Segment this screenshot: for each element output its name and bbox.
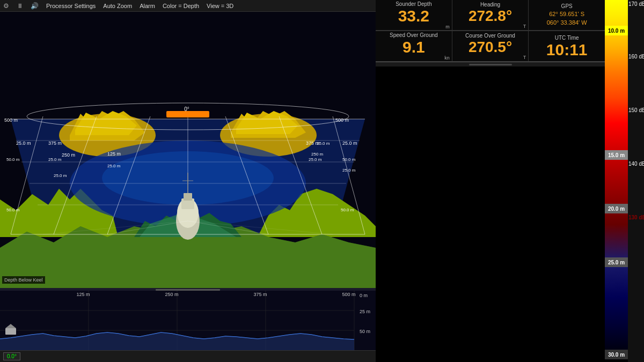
right-panel: Sounder Depth 33.2 m Heading 272.8° T GP… [376, 0, 644, 362]
cog-value: 270.5° [469, 40, 512, 55]
svg-rect-80 [5, 328, 16, 335]
depth-marker-30m: 30.0 m [605, 350, 628, 359]
svg-text:50.0 m: 50.0 m [6, 157, 20, 162]
gps-coordinates: 62° 59.651' S 060° 33.384' W [547, 10, 587, 27]
sounder-depth-label: Sounder Depth [396, 1, 431, 7]
view-3d-button[interactable]: View = 3D [207, 3, 233, 9]
svg-text:250 m: 250 m [62, 152, 75, 158]
speed-cell: Speed Over Ground 9.1 kn [376, 31, 452, 62]
stats-map-divider[interactable] [376, 62, 605, 67]
svg-text:500 m: 500 m [335, 117, 349, 123]
depth-marker-10m: 10.0 m [605, 26, 628, 35]
svg-text:250 m: 250 m [165, 292, 178, 297]
db-label-130: 130 dB [628, 215, 644, 220]
db-label-150: 150 dB [628, 107, 644, 113]
svg-text:25.0 m: 25.0 m [107, 164, 121, 168]
alarm-button[interactable]: Alarm [140, 3, 155, 9]
depth-marker-15m: 15.0 m [605, 150, 628, 160]
status-bar: 0.0° [0, 350, 376, 362]
cog-cell: Course Over Ground 270.5° T [452, 31, 529, 62]
svg-text:25.0 m: 25.0 m [16, 141, 31, 146]
svg-text:25.0 m: 25.0 m [309, 157, 322, 162]
speed-label: Speed Over Ground [390, 32, 438, 38]
svg-text:125 m: 125 m [107, 151, 121, 157]
color-depth-button[interactable]: Color = Depth [163, 3, 199, 9]
svg-text:50.0 m: 50.0 m [341, 208, 354, 212]
heading-cell: Heading 272.8° T [452, 0, 529, 31]
depth-below-keel-label: Depth Below Keel [2, 276, 45, 284]
svg-text:25.0 m: 25.0 m [317, 141, 330, 146]
db-label-170: 170 dB [628, 1, 644, 7]
sounder-depth-unit: m [445, 24, 450, 29]
svg-rect-56 [184, 193, 192, 201]
depth-marker-20m: 20.0 m [605, 204, 628, 213]
depth-below-keel-text: Depth Below Keel [4, 277, 43, 283]
sounder-depth-value: 33.2 [398, 8, 429, 24]
utc-label: UTC Time [555, 35, 579, 41]
utc-value: 10:11 [546, 42, 588, 58]
heading-unit: T [523, 24, 526, 29]
degree-value: 0.0° [7, 353, 17, 359]
svg-text:0°: 0° [184, 106, 189, 112]
gear-icon[interactable]: ⚙ [3, 2, 9, 10]
utc-cell: UTC Time 10:11 [529, 31, 605, 62]
svg-text:25.0 m: 25.0 m [342, 168, 356, 173]
svg-text:25 m: 25 m [360, 309, 370, 314]
speed-value: 9.1 [402, 39, 425, 55]
gps-lat: 62° 59.651' S [547, 10, 587, 18]
svg-text:50 m: 50 m [360, 329, 370, 334]
svg-text:375 m: 375 m [48, 141, 62, 146]
heading-label: Heading [480, 2, 500, 8]
db-label-140: 140 dB [628, 161, 644, 167]
svg-text:125 m: 125 m [76, 292, 90, 297]
stats-row-1: Sounder Depth 33.2 m Heading 272.8° T GP… [376, 0, 605, 31]
svg-text:250 m: 250 m [311, 152, 324, 157]
db-scale: 170 dB 160 dB 150 dB 140 dB 130 dB 10.0 … [605, 0, 644, 362]
svg-text:25.0 m: 25.0 m [54, 173, 67, 178]
svg-text:0 m: 0 m [360, 293, 368, 298]
sonar-2d-profile: 125 m 250 m 375 m 500 m 0 m 25 m 50 m [0, 291, 376, 350]
gps-cell: GPS 62° 59.651' S 060° 33.384' W [529, 0, 605, 31]
db-label-160: 160 dB [628, 54, 644, 60]
svg-text:25.0 m: 25.0 m [342, 141, 357, 146]
toolbar: ⚙ ⏸ 🔊 Processor Settings Auto Zoom Alarm… [0, 0, 376, 12]
processor-settings-button[interactable]: Processor Settings [46, 3, 96, 9]
cog-label: Course Over Ground [465, 33, 515, 39]
profile-svg: 125 m 250 m 375 m 500 m 0 m 25 m 50 m [0, 291, 376, 350]
speaker-icon[interactable]: 🔊 [31, 2, 39, 10]
auto-zoom-button[interactable]: Auto Zoom [103, 3, 132, 9]
pause-icon[interactable]: ⏸ [17, 2, 23, 10]
svg-text:375 m: 375 m [253, 292, 267, 297]
gps-label: GPS [561, 3, 573, 9]
degree-indicator: 0.0° [3, 352, 20, 360]
speed-unit: kn [444, 55, 450, 61]
sounder-depth-cell: Sounder Depth 33.2 m [376, 0, 452, 31]
sonar-3d-view: 0° 500 m 25.0 m 50.0 m 50.0 m 375 m 25.0… [0, 12, 376, 291]
stats-row-2: Speed Over Ground 9.1 kn Course Over Gro… [376, 31, 605, 62]
db-gradient-bar [605, 0, 628, 362]
svg-text:50.0 m: 50.0 m [342, 157, 356, 162]
gps-lon: 060° 33.384' W [547, 19, 587, 27]
svg-text:500 m: 500 m [342, 292, 355, 297]
cog-unit: T [523, 55, 526, 60]
svg-text:500 m: 500 m [4, 117, 18, 123]
svg-text:50.0 m: 50.0 m [6, 208, 20, 212]
depth-marker-25m: 25.0 m [605, 257, 628, 267]
heading-value: 272.8° [469, 9, 512, 24]
svg-text:25.0 m: 25.0 m [48, 157, 62, 162]
sonar-3d-svg: 0° 500 m 25.0 m 50.0 m 50.0 m 375 m 25.0… [0, 12, 376, 291]
